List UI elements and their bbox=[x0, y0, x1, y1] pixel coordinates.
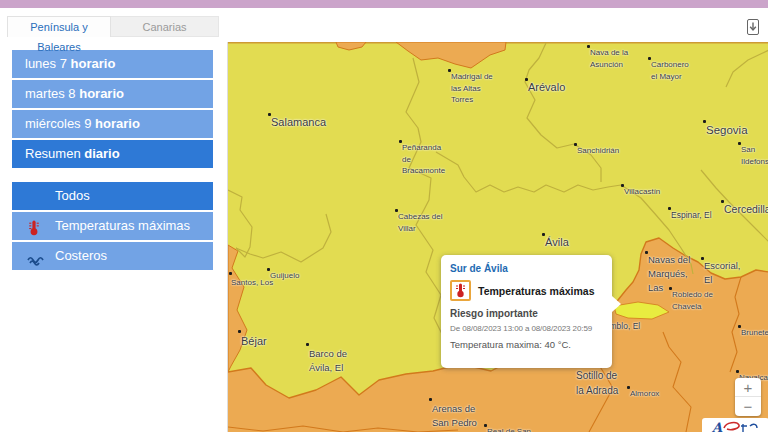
warning-icon-box bbox=[450, 280, 471, 301]
download-button[interactable] bbox=[741, 15, 765, 39]
aemet-logo-icon: A bbox=[711, 418, 761, 432]
filter-button-label: Temperaturas máximas bbox=[55, 218, 190, 233]
map-zoom-controls: + − bbox=[735, 378, 761, 416]
day-button-label: martes 8 bbox=[25, 86, 79, 101]
warning-popup: Sur de Ávila Temperaturas máximas Riesgo… bbox=[441, 255, 612, 368]
day-button-miercoles-9[interactable]: miércoles 9 horario bbox=[12, 110, 213, 138]
day-button-group: lunes 7 horariomartes 8 horariomiércoles… bbox=[12, 50, 213, 168]
warning-map[interactable]: SalamancaMadrigal delas AltasTorresPeñar… bbox=[227, 42, 768, 432]
day-button-label-bold: diario bbox=[84, 146, 119, 161]
download-icon bbox=[744, 17, 762, 37]
filter-button-label: Todos bbox=[55, 188, 90, 203]
popup-period: De 08/08/2023 13:00 a 08/08/2023 20:59 bbox=[450, 324, 608, 333]
filter-button-temperaturas-maximas[interactable]: Temperaturas máximas bbox=[12, 212, 213, 240]
day-button-label-bold: horario bbox=[71, 56, 116, 71]
weather-warnings-app: Península y Baleares Canarias lunes 7 ho… bbox=[0, 0, 768, 432]
popup-zone-link[interactable]: Sur de Ávila bbox=[450, 263, 608, 274]
zoom-out-button[interactable]: − bbox=[735, 397, 761, 416]
waves-icon bbox=[27, 248, 45, 264]
day-button-label-bold: horario bbox=[95, 116, 140, 131]
filter-button-todos[interactable]: Todos bbox=[12, 182, 213, 210]
top-accent-bar bbox=[0, 0, 768, 8]
svg-text:A: A bbox=[711, 420, 723, 432]
popup-risk-level: Riesgo importante bbox=[450, 308, 608, 319]
day-button-label: lunes 7 bbox=[25, 56, 71, 71]
sidebar: lunes 7 horariomartes 8 horariomiércoles… bbox=[12, 50, 213, 272]
thermometer-icon bbox=[27, 218, 45, 234]
thermometer-icon bbox=[454, 283, 467, 298]
day-button-label: Resumen bbox=[25, 146, 84, 161]
tab-canarias[interactable]: Canarias bbox=[111, 16, 219, 37]
aemet-logo[interactable]: A bbox=[702, 418, 768, 432]
region-tabs: Península y Baleares Canarias bbox=[7, 16, 219, 37]
popup-detail: Temperatura maxima: 40 °C. bbox=[450, 339, 608, 350]
filter-button-group: TodosTemperaturas máximasCosteros bbox=[12, 182, 213, 270]
popup-pointer bbox=[612, 296, 621, 312]
filter-button-label: Costeros bbox=[55, 248, 107, 263]
tab-peninsula-baleares[interactable]: Península y Baleares bbox=[7, 16, 111, 37]
day-button-martes-8[interactable]: martes 8 horario bbox=[12, 80, 213, 108]
day-button-label: miércoles 9 bbox=[25, 116, 95, 131]
sidebar-gap bbox=[12, 170, 213, 182]
day-button-label-bold: horario bbox=[79, 86, 124, 101]
popup-warning-type: Temperaturas máximas bbox=[478, 285, 595, 297]
popup-warning-row: Temperaturas máximas bbox=[450, 280, 608, 301]
filter-button-costeros[interactable]: Costeros bbox=[12, 242, 213, 270]
zoom-in-button[interactable]: + bbox=[735, 378, 761, 397]
day-button-resumen-diario[interactable]: Resumen diario bbox=[12, 140, 213, 168]
map-regions bbox=[228, 42, 768, 432]
